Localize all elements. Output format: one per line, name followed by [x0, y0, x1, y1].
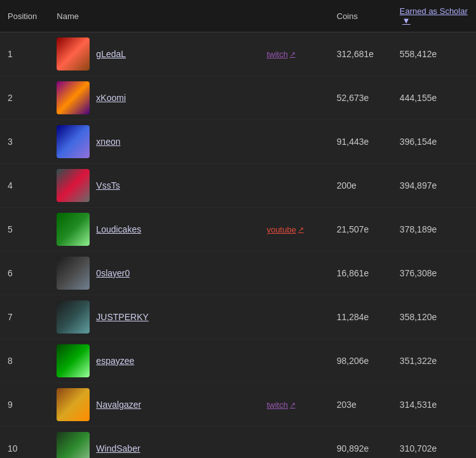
- earned-sort-label[interactable]: Earned as Scholar ▼: [400, 6, 468, 25]
- cell-position: 9: [0, 383, 49, 427]
- cell-position: 2: [0, 76, 49, 120]
- avatar: [57, 125, 90, 158]
- cell-position: 7: [0, 295, 49, 339]
- column-header-position: Position: [0, 0, 49, 32]
- stream-link-twitch[interactable]: twitch ↗: [267, 50, 296, 59]
- external-link-icon: ↗: [298, 226, 304, 234]
- stream-link-twitch[interactable]: twitch ↗: [267, 400, 296, 410]
- avatar: [57, 81, 90, 114]
- table-row: 8espayzee98,206e351,322e: [0, 339, 476, 383]
- external-link-icon: ↗: [290, 401, 296, 409]
- cell-position: 6: [0, 252, 49, 295]
- cell-coins: 98,206e: [329, 339, 392, 383]
- sort-arrow-icon: ▼: [402, 16, 411, 25]
- stream-link-youtube[interactable]: youtube ↗: [267, 225, 304, 234]
- cell-earned: 396,154e: [392, 120, 476, 164]
- leaderboard-table: Position Name Coins Earned as Scholar ▼ …: [0, 0, 476, 458]
- column-header-earned[interactable]: Earned as Scholar ▼: [392, 0, 476, 32]
- cell-stream: twitch ↗: [259, 32, 329, 76]
- cell-earned: 310,702e: [392, 427, 476, 459]
- table-row: 5Loudicakesyoutube ↗21,507e378,189e: [0, 208, 476, 252]
- cell-position: 1: [0, 32, 49, 76]
- table-row: 2xKoomi52,673e444,155e: [0, 76, 476, 120]
- cell-position: 4: [0, 164, 49, 208]
- table-row: 60slayer016,861e376,308e: [0, 252, 476, 295]
- table-row: 10WindSaber90,892e310,702e: [0, 427, 476, 459]
- cell-earned: 314,531e: [392, 383, 476, 427]
- avatar: [57, 257, 90, 290]
- cell-earned: 376,308e: [392, 252, 476, 295]
- cell-coins: 16,861e: [329, 252, 392, 295]
- table-row: 1gLedaLtwitch ↗312,681e558,412e: [0, 32, 476, 76]
- table-header-row: Position Name Coins Earned as Scholar ▼: [0, 0, 476, 32]
- cell-name: espayzee: [49, 339, 259, 383]
- cell-coins: 21,507e: [329, 208, 392, 252]
- cell-stream: [259, 427, 329, 459]
- table-row: 3xneon91,443e396,154e: [0, 120, 476, 164]
- cell-name: VssTs: [49, 164, 259, 208]
- cell-stream: [259, 295, 329, 339]
- cell-stream: [259, 120, 329, 164]
- avatar: [57, 300, 90, 333]
- cell-earned: 351,322e: [392, 339, 476, 383]
- cell-name: WindSaber: [49, 427, 259, 459]
- cell-earned: 358,120e: [392, 295, 476, 339]
- cell-earned: 394,897e: [392, 164, 476, 208]
- cell-stream: [259, 76, 329, 120]
- player-name[interactable]: espayzee: [96, 356, 134, 366]
- cell-stream: twitch ↗: [259, 383, 329, 427]
- cell-position: 10: [0, 427, 49, 459]
- cell-name: gLedaL: [49, 32, 259, 76]
- player-name[interactable]: xKoomi: [96, 93, 126, 103]
- player-name[interactable]: 0slayer0: [96, 268, 130, 278]
- cell-position: 3: [0, 120, 49, 164]
- cell-earned: 444,155e: [392, 76, 476, 120]
- external-link-icon: ↗: [290, 50, 296, 58]
- player-name[interactable]: WindSaber: [96, 443, 140, 454]
- avatar: [57, 169, 90, 202]
- cell-stream: [259, 252, 329, 295]
- avatar: [57, 213, 90, 246]
- avatar: [57, 344, 90, 377]
- table-row: 9Navalgazertwitch ↗203e314,531e: [0, 383, 476, 427]
- cell-stream: [259, 339, 329, 383]
- player-name[interactable]: VssTs: [96, 180, 119, 191]
- cell-stream: youtube ↗: [259, 208, 329, 252]
- cell-coins: 312,681e: [329, 32, 392, 76]
- cell-stream: [259, 164, 329, 208]
- cell-position: 8: [0, 339, 49, 383]
- cell-name: JUSTPERKY: [49, 295, 259, 339]
- cell-coins: 91,443e: [329, 120, 392, 164]
- avatar: [57, 388, 90, 421]
- cell-name: xneon: [49, 120, 259, 164]
- cell-coins: 11,284e: [329, 295, 392, 339]
- table-row: 7JUSTPERKY11,284e358,120e: [0, 295, 476, 339]
- player-name[interactable]: Loudicakes: [96, 224, 141, 234]
- cell-coins: 203e: [329, 383, 392, 427]
- cell-earned: 558,412e: [392, 32, 476, 76]
- table-row: 4VssTs200e394,897e: [0, 164, 476, 208]
- column-header-stream: [259, 0, 329, 32]
- avatar: [57, 432, 90, 458]
- cell-position: 5: [0, 208, 49, 252]
- column-header-coins: Coins: [329, 0, 392, 32]
- player-name[interactable]: gLedaL: [96, 49, 126, 59]
- cell-earned: 378,189e: [392, 208, 476, 252]
- avatar: [57, 37, 90, 71]
- cell-coins: 52,673e: [329, 76, 392, 120]
- cell-name: Navalgazer: [49, 383, 259, 427]
- player-name[interactable]: xneon: [96, 137, 120, 147]
- cell-name: xKoomi: [49, 76, 259, 120]
- cell-name: Loudicakes: [49, 208, 259, 252]
- cell-name: 0slayer0: [49, 252, 259, 295]
- player-name[interactable]: Navalgazer: [96, 400, 141, 410]
- cell-coins: 90,892e: [329, 427, 392, 459]
- cell-coins: 200e: [329, 164, 392, 208]
- player-name[interactable]: JUSTPERKY: [96, 312, 148, 322]
- column-header-name: Name: [49, 0, 259, 32]
